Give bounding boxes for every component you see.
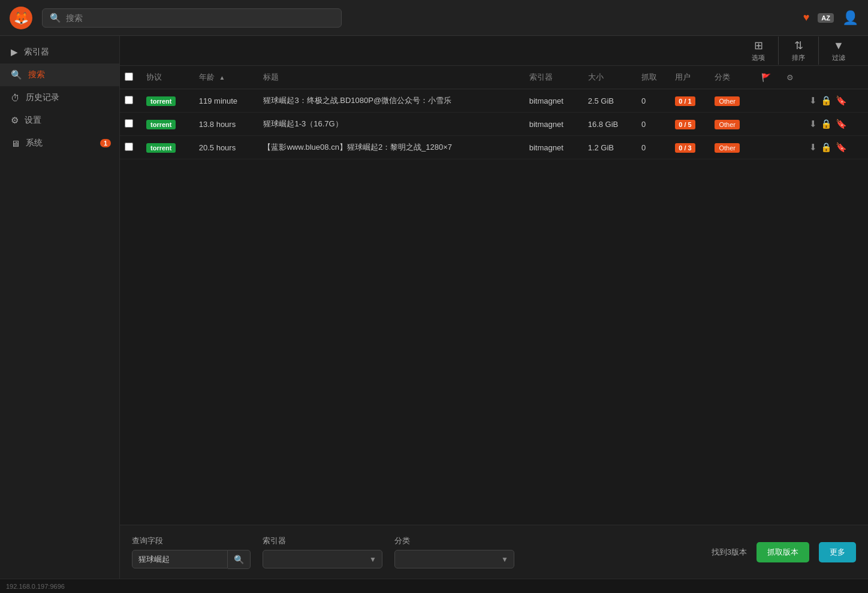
category-field: 分类 ▼ (394, 535, 514, 568)
lock-icon[interactable]: 🔒 (821, 142, 832, 153)
row-indexer: bitmagnet (525, 89, 583, 113)
row-size: 1.2 GiB (583, 136, 637, 159)
row-category: Other (710, 89, 756, 113)
peers-badge: 0 / 1 (675, 96, 695, 106)
sort-button[interactable]: ⇅ 排序 (787, 37, 810, 65)
heart-icon[interactable]: ♥ (803, 11, 810, 24)
query-label: 查询字段 (132, 535, 251, 546)
lang-badge[interactable]: AZ (818, 13, 834, 23)
header-peers: 用户 (670, 66, 710, 89)
select-all-checkbox[interactable] (125, 72, 133, 81)
gear-nav-icon: ⚙ (11, 115, 19, 126)
indexer-select[interactable] (263, 550, 382, 568)
sidebar-item-indexer[interactable]: ▶ 索引器 (0, 41, 119, 63)
download-icon[interactable]: ⬇ (809, 119, 817, 129)
row-peers: 0 / 5 (670, 113, 710, 136)
row-category: Other (710, 136, 756, 159)
topbar-right: ♥ AZ 👤 (803, 10, 858, 26)
app-logo[interactable]: 🦊 (10, 7, 32, 29)
search-icon: 🔍 (50, 13, 61, 23)
query-input-wrapper: 🔍 (132, 550, 251, 569)
category-select[interactable] (394, 550, 514, 568)
row-checkbox-2[interactable] (125, 143, 133, 151)
sidebar-item-settings[interactable]: ⚙ 设置 (0, 109, 119, 132)
protocol-badge: torrent (146, 143, 176, 153)
download-icon[interactable]: ⬇ (809, 95, 817, 106)
download-icon[interactable]: ⬇ (809, 142, 817, 153)
row-grabs: 0 (637, 136, 670, 159)
filter-button[interactable]: ▼ 过滤 (827, 37, 850, 65)
sidebar: ▶ 索引器 🔍 搜索 ⏱ 历史记录 ⚙ 设置 🖥 系统 1 (0, 36, 120, 579)
bottom-right: 找到3版本 抓取版本 更多 (712, 542, 856, 562)
age-sort-arrow: ▲ (219, 74, 225, 81)
row-actions: ⬇ 🔒 🔖 (804, 113, 868, 136)
row-checkbox-0[interactable] (125, 96, 133, 104)
header-size: 大小 (583, 66, 637, 89)
toolbar: ⊞ 选项 ⇅ 排序 ▼ 过滤 (120, 36, 868, 66)
sidebar-item-history[interactable]: ⏱ 历史记录 (0, 86, 119, 109)
header-age[interactable]: 年龄 ▲ (194, 66, 259, 89)
search-bar[interactable]: 🔍 (42, 8, 342, 28)
peers-badge: 0 / 3 (675, 143, 695, 153)
filter-icon: ▼ (833, 40, 844, 52)
indexer-label: 索引器 (263, 535, 382, 546)
row-checkbox-cell (120, 89, 141, 113)
row-flag (757, 136, 782, 159)
category-badge: Other (715, 120, 740, 129)
row-action-buttons: ⬇ 🔒 🔖 (809, 95, 863, 106)
select-options-button[interactable]: ⊞ 选项 (747, 37, 770, 65)
row-actions: ⬇ 🔒 🔖 (804, 136, 868, 159)
row-action-buttons: ⬇ 🔒 🔖 (809, 142, 863, 153)
grid-icon: ⊞ (754, 39, 763, 52)
row-age: 119 minute (194, 89, 259, 113)
header-grabs: 抓取 (637, 66, 670, 89)
row-settings-cell (782, 89, 804, 113)
toolbar-sort-group: ⇅ 排序 (779, 37, 819, 65)
row-settings-cell (782, 136, 804, 159)
ip-address: 192.168.0.197:9696 (6, 583, 65, 590)
bookmark-icon[interactable]: 🔖 (836, 142, 847, 153)
query-search-button[interactable]: 🔍 (228, 550, 251, 569)
row-checkbox-cell (120, 136, 141, 159)
row-category: Other (710, 113, 756, 136)
row-settings-cell (782, 113, 804, 136)
bookmark-icon[interactable]: 🔖 (836, 119, 847, 129)
search-input[interactable] (66, 13, 334, 23)
row-age: 13.8 hours (194, 113, 259, 136)
select-options-label: 选项 (752, 53, 765, 62)
row-indexer: bitmagnet (525, 113, 583, 136)
filter-label: 过滤 (832, 53, 845, 62)
table-row: torrent 119 minute 猩球崛起3：终极之战.BD1080P@微信… (120, 89, 868, 113)
sidebar-item-search[interactable]: 🔍 搜索 (0, 63, 119, 86)
row-protocol: torrent (141, 113, 194, 136)
row-size: 2.5 GiB (583, 89, 637, 113)
lock-icon[interactable]: 🔒 (821, 119, 832, 129)
row-title: 【蓝影www.blue08.cn】猩球崛起2：黎明之战_1280×7 (258, 136, 524, 159)
header-settings: ⚙ (782, 66, 804, 89)
bookmark-icon[interactable]: 🔖 (836, 95, 847, 106)
sidebar-label-settings: 设置 (25, 115, 41, 126)
logo-icon: 🦊 (14, 11, 29, 25)
content-area: ⊞ 选项 ⇅ 排序 ▼ 过滤 (120, 36, 868, 579)
more-button[interactable]: 更多 (819, 542, 856, 562)
row-actions: ⬇ 🔒 🔖 (804, 89, 868, 113)
system-badge: 1 (100, 139, 111, 147)
protocol-badge: torrent (146, 120, 176, 129)
capture-version-button[interactable]: 抓取版本 (757, 542, 809, 562)
row-flag (757, 113, 782, 136)
row-checkbox-1[interactable] (125, 119, 133, 128)
table-body: torrent 119 minute 猩球崛起3：终极之战.BD1080P@微信… (120, 89, 868, 159)
monitor-icon: 🖥 (11, 138, 20, 149)
header-actions (804, 66, 868, 89)
header-flag: 🚩 (757, 66, 782, 89)
user-icon[interactable]: 👤 (842, 10, 858, 26)
query-input[interactable] (132, 550, 228, 568)
header-category: 分类 (710, 66, 756, 89)
lock-icon[interactable]: 🔒 (821, 95, 832, 106)
sidebar-item-system[interactable]: 🖥 系统 1 (0, 132, 119, 155)
sort-icon: ⇅ (794, 39, 803, 52)
indexer-select-wrapper: ▼ (263, 550, 382, 568)
row-protocol: torrent (141, 89, 194, 113)
search-nav-icon: 🔍 (11, 69, 22, 80)
sidebar-label-indexer: 索引器 (24, 47, 49, 58)
